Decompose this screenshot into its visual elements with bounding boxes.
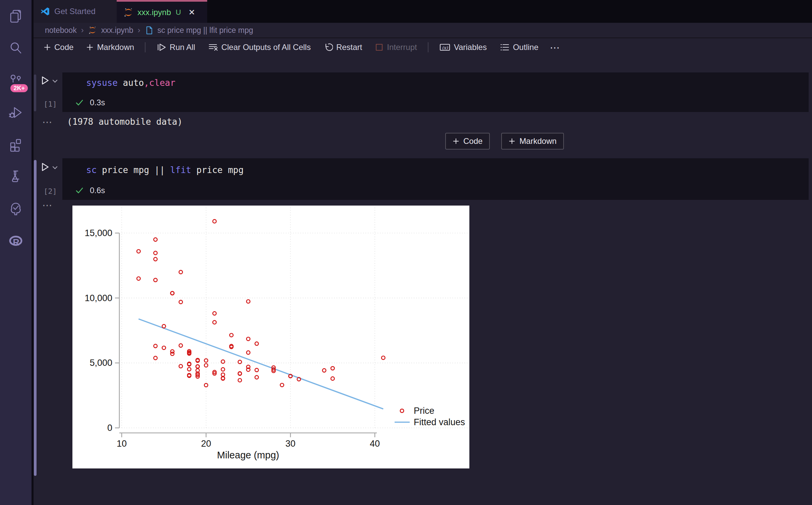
button-label: Outline [513, 43, 538, 52]
execution-count: [2] [44, 187, 57, 195]
code-token: lfit [170, 165, 191, 175]
add-markdown-cell-button[interactable]: Markdown [82, 41, 138, 54]
search-icon[interactable] [0, 32, 32, 64]
plus-icon [44, 44, 51, 51]
svg-text:0: 0 [107, 423, 112, 433]
files-icon [8, 8, 23, 24]
close-icon[interactable]: ✕ [188, 8, 195, 17]
jupyter-notebook-icon [123, 7, 133, 17]
button-label: Markdown [519, 136, 557, 146]
insert-cell-bar: Code Markdown [445, 133, 564, 150]
breadcrumb: notebook › xxx.ipynb › sc price mpg || l… [34, 23, 812, 38]
tab-bar: Get Started xxx.ipynb U ✕ [34, 0, 812, 23]
cell-output-text: (1978 automobile data) [67, 117, 182, 127]
button-label: Clear Outputs of All Cells [221, 43, 311, 52]
svg-text:Price: Price [414, 406, 434, 416]
execution-count: [1] [44, 100, 57, 108]
explorer-icon[interactable] [0, 0, 32, 32]
code-token: sc [86, 165, 97, 175]
tab-xxx-ipynb[interactable]: xxx.ipynb U ✕ [117, 0, 207, 23]
code-token: sysuse [86, 78, 118, 88]
insert-code-button[interactable]: Code [445, 133, 490, 150]
source-control-badge: 2K+ [9, 83, 29, 93]
tab-label: Get Started [54, 7, 96, 16]
code-token: auto [118, 78, 144, 88]
plus-icon [86, 44, 94, 51]
clear-outputs-button[interactable]: Clear Outputs of All Cells [204, 41, 315, 54]
cell-focus-bar[interactable] [34, 74, 36, 111]
button-label: Interrupt [387, 43, 417, 52]
plus-icon [453, 138, 459, 145]
tab-label: xxx.ipynb [137, 8, 171, 17]
button-label: Code [463, 136, 482, 146]
restart-icon [324, 43, 333, 52]
svg-text:40: 40 [370, 439, 380, 449]
output-collapse-button[interactable]: ⋯ [42, 116, 53, 128]
cell-status: 0.3s [75, 98, 105, 107]
interrupt-button[interactable]: Interrupt [371, 41, 421, 54]
activity-bar: 2K+ [0, 0, 34, 505]
run-dropdown-chevron-icon[interactable] [52, 165, 58, 171]
button-label: Run All [170, 43, 195, 52]
variables-icon: (x) [439, 43, 451, 52]
run-and-debug-icon[interactable] [0, 97, 32, 129]
button-label: Restart [336, 43, 362, 52]
code-line: sc price mpg || lfit price mpg [86, 165, 244, 175]
extensions-icon[interactable] [0, 129, 32, 161]
cell-file-icon [145, 26, 153, 35]
code-cell-editor[interactable]: sc price mpg || lfit price mpg 0.6s [62, 158, 809, 200]
svg-text:Mileage (mpg): Mileage (mpg) [217, 450, 279, 460]
run-dropdown-chevron-icon[interactable] [52, 78, 58, 85]
svg-text:15,000: 15,000 [84, 228, 112, 238]
breadcrumb-cell[interactable]: sc price mpg || lfit price mpg [158, 26, 253, 35]
vscode-logo-icon [40, 6, 50, 16]
button-label: Variables [454, 43, 487, 52]
success-check-icon [75, 98, 84, 107]
restart-button[interactable]: Restart [320, 41, 366, 54]
interrupt-icon [375, 43, 384, 52]
stata-scatter-chart: 05,00010,00015,00010203040Mileage (mpg)P… [72, 206, 469, 468]
breadcrumb-file[interactable]: xxx.ipynb [101, 26, 133, 35]
code-cell-editor[interactable]: sysuse auto,clear 0.3s [62, 72, 809, 112]
vscode-window: 2K+ [0, 0, 812, 505]
toolbar-separator [428, 42, 428, 52]
variables-button[interactable]: (x) Variables [435, 41, 491, 54]
tab-get-started[interactable]: Get Started [34, 0, 117, 23]
svg-text:Fitted values: Fitted values [414, 417, 465, 427]
run-cell-button[interactable] [40, 75, 51, 87]
svg-text:10: 10 [117, 439, 127, 449]
run-all-button[interactable]: Run All [152, 41, 199, 54]
insert-markdown-button[interactable]: Markdown [501, 133, 564, 150]
button-label: Markdown [97, 43, 134, 52]
r-language-icon[interactable]: R [0, 225, 32, 258]
run-all-icon [156, 43, 166, 52]
todo-tree-icon[interactable] [0, 193, 32, 225]
run-cell-button[interactable] [40, 162, 51, 173]
code-line: sysuse auto,clear [86, 78, 175, 88]
plus-icon [509, 138, 515, 145]
cell-status: 0.6s [75, 186, 105, 195]
button-label: Code [54, 43, 73, 52]
more-actions-button[interactable]: ⋯ [547, 42, 563, 53]
code-token: ,clear [144, 78, 175, 88]
outline-button[interactable]: Outline [496, 41, 542, 54]
svg-text:10,000: 10,000 [84, 293, 112, 303]
output-collapse-button[interactable]: ⋯ [42, 199, 53, 211]
source-control-icon[interactable]: 2K+ [0, 64, 32, 97]
code-token: price mpg || [97, 165, 170, 175]
toolbar-separator [145, 42, 146, 52]
execution-duration: 0.3s [90, 98, 105, 107]
svg-text:5,000: 5,000 [90, 358, 112, 368]
chevron-right-icon: › [138, 25, 140, 35]
notebook-toolbar: Code Markdown Run All Clear Outputs of A… [34, 38, 812, 56]
svg-text:R: R [13, 237, 19, 247]
success-check-icon [75, 186, 84, 195]
breadcrumb-notebook[interactable]: notebook [45, 26, 77, 35]
svg-text:20: 20 [201, 439, 211, 449]
modified-indicator: U [176, 8, 181, 17]
testing-icon[interactable] [0, 161, 32, 193]
chevron-right-icon: › [81, 25, 84, 35]
add-code-cell-button[interactable]: Code [40, 41, 77, 54]
svg-text:30: 30 [285, 439, 295, 449]
cell-focus-bar-selected[interactable] [34, 160, 37, 476]
